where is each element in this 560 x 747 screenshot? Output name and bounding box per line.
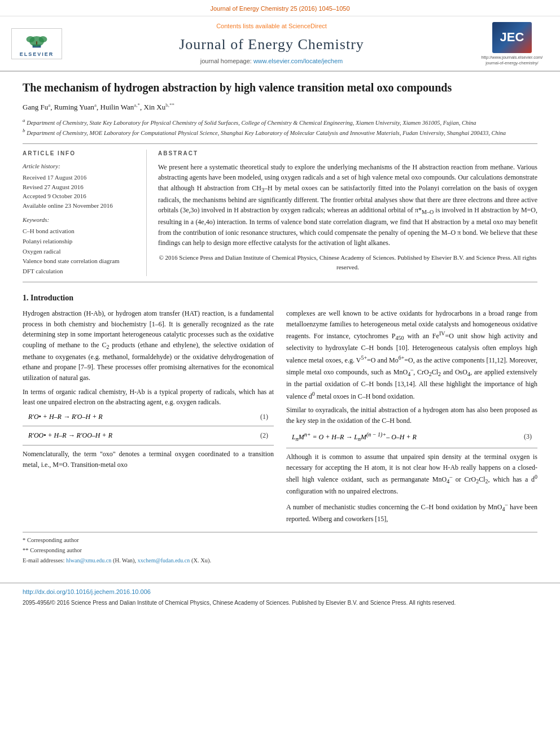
authors: Gang Fua, Ruming Yuana, Huilin Wana,*, X… [23, 102, 537, 113]
affiliation-a: a Department of Chemistry, State Key Lab… [23, 117, 537, 127]
keyword-5: DFT calculation [23, 267, 141, 277]
sciencedirect-url[interactable]: ScienceDirect [288, 23, 327, 29]
intro-para-2: In terms of organic radical chemistry, H… [23, 387, 274, 408]
article-info-col: ARTICLE INFO Article history: Received 1… [23, 150, 147, 277]
eq3-divider [286, 448, 537, 448]
svg-point-3 [39, 36, 47, 42]
article-info-abstract: ARTICLE INFO Article history: Received 1… [23, 150, 537, 277]
email-hlwan[interactable]: hlwan@xmu.edu.cn [66, 557, 111, 563]
doi-link[interactable]: http://dx.doi.org/10.1016/j.jechem.2016.… [23, 588, 151, 595]
intro-right-para-1: complexes are well known to be active ox… [286, 308, 537, 401]
intro-right-para-2: Similar to oxyradicals, the initial abst… [286, 405, 537, 426]
sciencedirect-link: Contents lists available at ScienceDirec… [73, 22, 470, 30]
keywords-section: Keywords: C–H bond activation Polanyi re… [23, 216, 141, 276]
intro-right-para-3: Although it is common to assume that unp… [286, 452, 537, 497]
article-info-label: ARTICLE INFO [23, 150, 141, 158]
header-left: ELSEVIER [11, 28, 62, 59]
bottom-bar: http://dx.doi.org/10.1016/j.jechem.2016.… [0, 583, 560, 610]
divider-1 [23, 143, 537, 144]
main-content: The mechanism of hydrogen abstraction by… [0, 72, 560, 578]
equation-2-row: R′OO• + H–R → R′OO–H + R (2) [23, 431, 274, 440]
header-area: ELSEVIER Contents lists available at Sci… [0, 16, 560, 72]
elsevier-logo: ELSEVIER [11, 28, 62, 59]
equation-1-text: R′O• + H–R → R′O–H + R [28, 412, 103, 422]
abstract-col: ABSTRACT We present here a systematic th… [158, 150, 537, 277]
article-title: The mechanism of hydrogen abstraction by… [23, 80, 537, 95]
intro-right-para-4: A number of mechanistic studies concerni… [286, 500, 537, 524]
eq1-divider [23, 426, 274, 426]
intro-para-1: Hydrogen abstraction (H-Ab), or hydrogen… [23, 308, 274, 383]
intro-right-col: complexes are well known to be active ox… [286, 308, 537, 527]
homepage-url[interactable]: www.elsevier.com/locate/jechem [253, 58, 343, 64]
equation-1-row: R′O• + H–R → R′O–H + R (1) [23, 412, 274, 422]
journal-homepage: journal homepage: www.elsevier.com/locat… [73, 57, 470, 65]
email-xxchem[interactable]: xxchem@fudan.edu.cn [138, 557, 190, 563]
keyword-4: Valence bond state correlation diagram [23, 256, 141, 267]
elsevier-text: ELSEVIER [20, 51, 54, 58]
equation-2-text: R′OO• + H–R → R′OO–H + R [28, 431, 112, 440]
top-banner: Journal of Energy Chemistry 25 (2016) 10… [0, 0, 560, 16]
history-available: Available online 23 November 2016 [23, 201, 141, 211]
footnote-corresponding-1: * Corresponding author [23, 536, 537, 545]
bottom-copyright: 2095-4956/© 2016 Science Press and Dalia… [23, 599, 537, 607]
affiliations: a Department of Chemistry, State Key Lab… [23, 117, 537, 138]
equation-1-num: (1) [260, 412, 268, 422]
intro-title: 1. Introduction [23, 292, 537, 304]
divider-2 [23, 282, 537, 282]
header-right: JEC http://www.journals.elsevier.com/ jo… [481, 22, 543, 66]
footnotes-section: * Corresponding author ** Corresponding … [23, 532, 537, 565]
keyword-2: Polanyi relationship [23, 237, 141, 247]
keyword-3: Oxygen radical [23, 247, 141, 257]
svg-point-2 [27, 36, 35, 42]
jec-logo: JEC [492, 22, 532, 53]
equation-2-num: (2) [260, 431, 268, 440]
keyword-1: C–H bond activation [23, 226, 141, 237]
intro-left-col: Hydrogen abstraction (H-Ab), or hydrogen… [23, 308, 274, 527]
journal-ref: Journal of Energy Chemistry 25 (2016) 10… [210, 5, 349, 12]
intro-para-3: Nomenclaturally, the term "oxo" denotes … [23, 449, 274, 470]
footnote-corresponding-2: ** Corresponding author [23, 546, 537, 555]
journal-title-main: Journal of Energy Chemistry [73, 34, 470, 55]
history-accepted: Accepted 9 October 2016 [23, 191, 141, 201]
abstract-copyright: © 2016 Science Press and Dalian Institut… [158, 253, 537, 272]
affiliation-b: b Department of Chemistry, MOE Laborator… [23, 127, 537, 137]
introduction-section: 1. Introduction Hydrogen abstraction (H-… [23, 292, 537, 527]
footnote-email: E-mail addresses: hlwan@xmu.edu.cn (H. W… [23, 556, 537, 565]
history-received: Received 17 August 2016 [23, 173, 141, 182]
history-revised: Revised 27 August 2016 [23, 182, 141, 192]
header-center: Contents lists available at ScienceDirec… [62, 22, 481, 65]
equation-3-num: (3) [524, 432, 532, 442]
jec-url: http://www.journals.elsevier.com/ journa… [482, 55, 543, 66]
abstract-text: We present here a systematic theoretical… [158, 162, 537, 272]
history-title: Article history: [23, 162, 141, 171]
equation-3-text: LnMn+ = O + H–R → LnM(n − 1)+– O–H + R [292, 431, 417, 443]
keywords-title: Keywords: [23, 216, 141, 224]
abstract-label: ABSTRACT [158, 150, 537, 158]
eq2-divider [23, 445, 274, 445]
intro-two-col: Hydrogen abstraction (H-Ab), or hydrogen… [23, 308, 537, 527]
equation-3-row: LnMn+ = O + H–R → LnM(n − 1)+– O–H + R (… [286, 431, 537, 443]
